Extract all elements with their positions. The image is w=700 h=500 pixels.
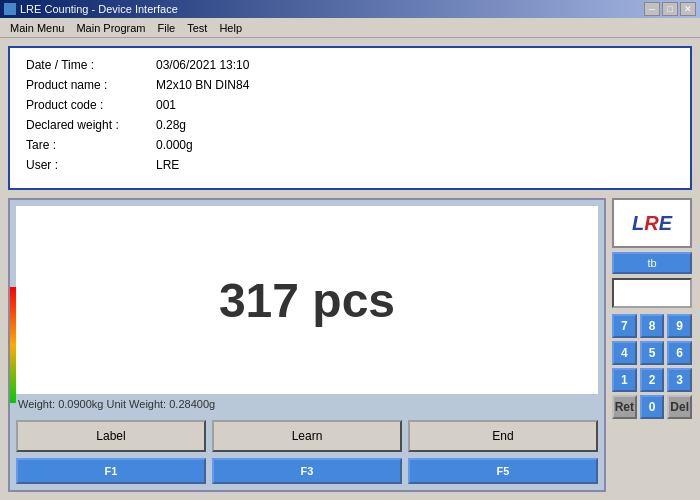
info-value-product-name: M2x10 BN DIN84 [156, 78, 249, 92]
key-1[interactable]: 1 [612, 368, 637, 392]
key-0[interactable]: 0 [640, 395, 665, 419]
info-value-declared-weight: 0.28g [156, 118, 186, 132]
info-label-tare: Tare : [26, 138, 156, 152]
info-row-product-code: Product code : 001 [26, 98, 674, 112]
key-9[interactable]: 9 [667, 314, 692, 338]
info-row-tare: Tare : 0.000g [26, 138, 674, 152]
key-ret[interactable]: Ret [612, 395, 637, 419]
menu-item-main-menu[interactable]: Main Menu [4, 20, 70, 36]
fn-buttons: F1 F3 F5 [10, 458, 604, 490]
key-del[interactable]: Del [667, 395, 692, 419]
end-button[interactable]: End [408, 420, 598, 452]
keypad: 7 8 9 4 5 6 1 2 3 Ret 0 Del [612, 314, 692, 419]
info-row-declared-weight: Declared weight : 0.28g [26, 118, 674, 132]
logo-e: E [659, 212, 672, 235]
f5-button[interactable]: F5 [408, 458, 598, 484]
bottom-section: 317 pcs Weight: 0.0900kg Unit Weight: 0.… [8, 198, 692, 492]
menu-item-test[interactable]: Test [181, 20, 213, 36]
info-row-datetime: Date / Time : 03/06/2021 13:10 [26, 58, 674, 72]
info-row-user: User : LRE [26, 158, 674, 172]
side-panel: LRE tb 7 8 9 4 5 6 1 2 3 Ret 0 Del [612, 198, 692, 492]
counter-display: 317 pcs [16, 206, 598, 394]
menu-bar: Main Menu Main Program File Test Help [0, 18, 700, 38]
learn-button[interactable]: Learn [212, 420, 402, 452]
main-content: Date / Time : 03/06/2021 13:10 Product n… [0, 38, 700, 500]
key-7[interactable]: 7 [612, 314, 637, 338]
maximize-button[interactable]: □ [662, 2, 678, 16]
f1-button[interactable]: F1 [16, 458, 206, 484]
info-value-tare: 0.000g [156, 138, 193, 152]
title-bar: LRE Counting - Device Interface ─ □ ✕ [0, 0, 700, 18]
color-strip [10, 287, 16, 403]
menu-item-main-program[interactable]: Main Program [70, 20, 151, 36]
logo-r: R [644, 212, 658, 235]
close-button[interactable]: ✕ [680, 2, 696, 16]
counter-panel: 317 pcs Weight: 0.0900kg Unit Weight: 0.… [8, 198, 606, 492]
logo-l: L [632, 212, 644, 235]
keypad-display [612, 278, 692, 308]
action-buttons: Label Learn End [10, 414, 604, 458]
menu-item-help[interactable]: Help [213, 20, 248, 36]
label-button[interactable]: Label [16, 420, 206, 452]
window-controls: ─ □ ✕ [644, 2, 696, 16]
key-8[interactable]: 8 [640, 314, 665, 338]
app-icon [4, 3, 16, 15]
key-5[interactable]: 5 [640, 341, 665, 365]
info-label-product-code: Product code : [26, 98, 156, 112]
weight-info: Weight: 0.0900kg Unit Weight: 0.28400g [10, 394, 604, 414]
info-label-datetime: Date / Time : [26, 58, 156, 72]
title-bar-text: LRE Counting - Device Interface [20, 3, 178, 15]
info-row-product-name: Product name : M2x10 BN DIN84 [26, 78, 674, 92]
info-value-datetime: 03/06/2021 13:10 [156, 58, 249, 72]
info-panel: Date / Time : 03/06/2021 13:10 Product n… [8, 46, 692, 190]
minimize-button[interactable]: ─ [644, 2, 660, 16]
f3-button[interactable]: F3 [212, 458, 402, 484]
key-4[interactable]: 4 [612, 341, 637, 365]
info-label-user: User : [26, 158, 156, 172]
info-value-product-code: 001 [156, 98, 176, 112]
info-label-declared-weight: Declared weight : [26, 118, 156, 132]
lb-button[interactable]: tb [612, 252, 692, 274]
lre-logo: LRE [612, 198, 692, 248]
info-label-product-name: Product name : [26, 78, 156, 92]
key-2[interactable]: 2 [640, 368, 665, 392]
key-3[interactable]: 3 [667, 368, 692, 392]
key-6[interactable]: 6 [667, 341, 692, 365]
menu-item-file[interactable]: File [152, 20, 182, 36]
info-value-user: LRE [156, 158, 179, 172]
